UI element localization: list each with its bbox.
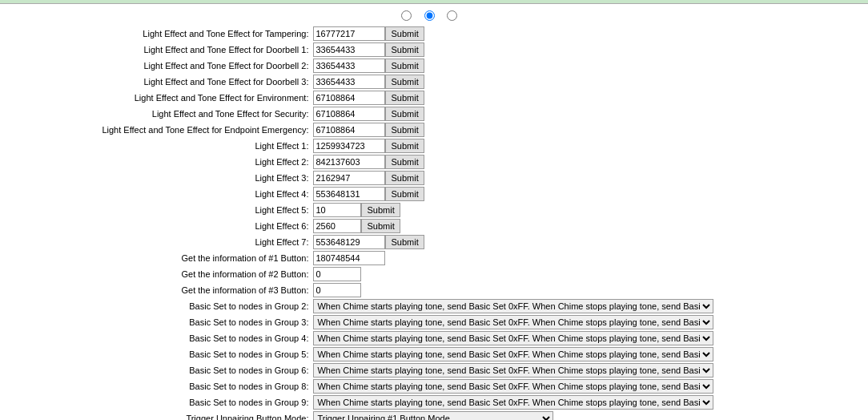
value-input[interactable] [313,283,361,297]
config-select[interactable]: Trigger Unpairing #1 Button Mode [313,411,553,420]
submit-button[interactable]: Submit [385,235,424,249]
value-input[interactable] [313,107,385,121]
value-input[interactable] [313,75,385,89]
select-row: Basic Set to nodes in Group 8:When Chime… [6,378,862,394]
group-select[interactable]: When Chime starts playing tone, send Bas… [313,299,713,313]
value-input[interactable] [313,251,385,265]
select-label: Basic Set to nodes in Group 6: [6,362,311,378]
row-value: Submit [311,154,862,170]
select-label: Basic Set to nodes in Group 9: [6,394,311,410]
table-row: Light Effect and Tone Effect for Securit… [6,106,862,122]
more-select-value: Trigger Unpairing #1 Button Mode [311,410,862,420]
radio-current-values[interactable] [401,10,412,21]
value-input[interactable] [313,91,385,105]
row-value: Submit [311,26,862,42]
table-row: Light Effect 3:Submit [6,170,862,186]
radio-configuration[interactable] [424,10,435,21]
select-label: Basic Set to nodes in Group 5: [6,346,311,362]
select-label: Basic Set to nodes in Group 8: [6,378,311,394]
row-label: Light Effect and Tone Effect for Securit… [6,106,311,122]
value-input[interactable] [313,139,385,153]
row-label: Light Effect and Tone Effect for Doorbel… [6,74,311,90]
table-row: Light Effect and Tone Effect for Doorbel… [6,74,862,90]
table-row: Get the information of #2 Button: [6,266,862,282]
submit-button[interactable]: Submit [385,91,424,105]
group-select[interactable]: When Chime starts playing tone, send Bas… [313,331,713,345]
row-value: Submit [311,186,862,202]
value-input[interactable] [313,171,385,185]
select-value: When Chime starts playing tone, send Bas… [311,394,862,410]
row-value [311,250,862,266]
row-value: Submit [311,202,862,218]
group-select[interactable]: When Chime starts playing tone, send Bas… [313,379,713,394]
value-input[interactable] [313,59,385,73]
submit-button[interactable]: Submit [361,203,400,217]
value-input[interactable] [313,187,385,201]
table-row: Light Effect and Tone Effect for Doorbel… [6,42,862,58]
row-label: Get the information of #1 Button: [6,250,311,266]
value-input[interactable] [313,235,385,249]
row-label: Light Effect 5: [6,202,311,218]
table-row: Light Effect 6:Submit [6,218,862,234]
row-label: Get the information of #3 Button: [6,282,311,298]
submit-button[interactable]: Submit [385,59,424,73]
value-input[interactable] [313,219,361,233]
form-table: Light Effect and Tone Effect for Tamperi… [6,26,862,420]
submit-button[interactable]: Submit [385,107,424,121]
select-row: Basic Set to nodes in Group 3:When Chime… [6,314,862,330]
group-select[interactable]: When Chime starts playing tone, send Bas… [313,315,713,329]
value-input[interactable] [313,123,385,137]
table-row: Light Effect 5:Submit [6,202,862,218]
row-value [311,266,862,282]
group-select[interactable]: When Chime starts playing tone, send Bas… [313,347,713,361]
table-row: Light Effect and Tone Effect for Environ… [6,90,862,106]
select-value: When Chime starts playing tone, send Bas… [311,298,862,314]
more-select-row: Trigger Unpairing Button Mode:Trigger Un… [6,410,862,420]
table-row: Light Effect 7:Submit [6,234,862,250]
submit-button[interactable]: Submit [385,123,424,137]
row-label: Light Effect 2: [6,154,311,170]
row-value: Submit [311,90,862,106]
table-row: Light Effect and Tone Effect for Endpoin… [6,122,862,138]
select-label: Basic Set to nodes in Group 4: [6,330,311,346]
value-input[interactable] [313,155,385,169]
select-value: When Chime starts playing tone, send Bas… [311,378,862,394]
submit-button[interactable]: Submit [385,187,424,201]
row-label: Light Effect and Tone Effect for Endpoin… [6,122,311,138]
value-input[interactable] [313,203,361,217]
table-row: Light Effect 1:Submit [6,138,862,154]
row-value: Submit [311,170,862,186]
submit-button[interactable]: Submit [385,75,424,89]
group-select[interactable]: When Chime starts playing tone, send Bas… [313,395,713,410]
value-input[interactable] [313,26,385,41]
submit-button[interactable]: Submit [361,219,400,233]
select-value: When Chime starts playing tone, send Bas… [311,314,862,330]
row-value [311,282,862,298]
row-value: Submit [311,106,862,122]
row-label: Light Effect 3: [6,170,311,186]
select-value: When Chime starts playing tone, send Bas… [311,330,862,346]
main-content: Light Effect and Tone Effect for Tamperi… [0,4,868,420]
value-input[interactable] [313,42,385,57]
row-label: Light Effect and Tone Effect for Doorbel… [6,42,311,58]
group-select[interactable]: When Chime starts playing tone, send Bas… [313,363,713,378]
row-label: Light Effect 1: [6,138,311,154]
radio-information[interactable] [447,10,457,21]
submit-button[interactable]: Submit [385,155,424,169]
view-mode-selector [6,10,862,22]
table-row: Get the information of #1 Button: [6,250,862,266]
select-value: When Chime starts playing tone, send Bas… [311,346,862,362]
row-value: Submit [311,138,862,154]
table-row: Get the information of #3 Button: [6,282,862,298]
select-row: Basic Set to nodes in Group 9:When Chime… [6,394,862,410]
row-value: Submit [311,122,862,138]
select-label: Basic Set to nodes in Group 2: [6,298,311,314]
submit-button[interactable]: Submit [385,139,424,153]
select-label: Basic Set to nodes in Group 3: [6,314,311,330]
value-input[interactable] [313,267,361,281]
submit-button[interactable]: Submit [385,42,424,57]
select-row: Basic Set to nodes in Group 6:When Chime… [6,362,862,378]
select-value: When Chime starts playing tone, send Bas… [311,362,862,378]
submit-button[interactable]: Submit [385,171,424,185]
submit-button[interactable]: Submit [385,26,424,41]
